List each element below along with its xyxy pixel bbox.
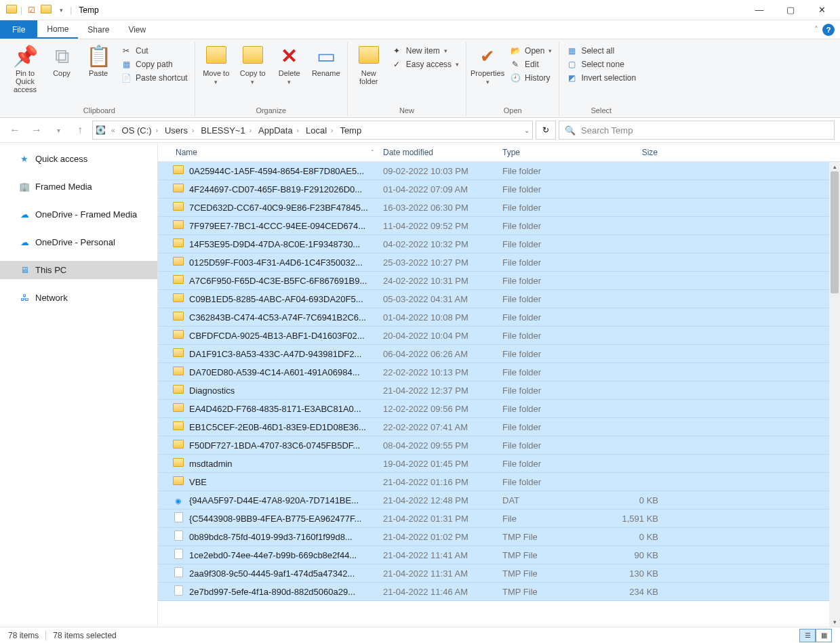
table-row[interactable]: 0b89bdc8-75fd-4019-99d3-7160f1f99d8...21… xyxy=(158,528,840,546)
minimize-button[interactable]: — xyxy=(744,0,775,20)
table-row[interactable]: Diagnostics21-04-2022 12:37 PMFile folde… xyxy=(158,381,840,400)
cut-button[interactable]: ✂Cut xyxy=(118,45,191,57)
tab-home[interactable]: Home xyxy=(37,20,78,39)
edit-button[interactable]: ✎Edit xyxy=(507,58,555,70)
easy-access-button[interactable]: ✓Easy access ▾ xyxy=(388,58,462,70)
group-label-organize: Organize xyxy=(256,106,286,116)
table-row[interactable]: {C5443908-9BB9-4FEA-B775-EA962477F...21-… xyxy=(158,510,840,528)
qat-dropdown-icon[interactable]: ▾ xyxy=(55,4,67,16)
back-button[interactable]: ← xyxy=(5,121,24,140)
refresh-button[interactable]: ↻ xyxy=(536,121,556,140)
table-row[interactable]: C362843B-C474-4C53-A74F-7C6941B2C6...01-… xyxy=(158,308,840,327)
file-date: 11-04-2022 09:52 PM xyxy=(379,221,498,231)
table-row[interactable]: EB1C5CEF-2E0B-46D1-83E9-ED1D08E36...22-0… xyxy=(158,418,840,436)
paste-button[interactable]: 📋 Paste xyxy=(81,42,115,80)
table-row[interactable]: {94AA5F97-D44E-47A8-920A-7D7141BE...21-0… xyxy=(158,491,840,510)
nav-network[interactable]: 🖧Network xyxy=(0,289,157,307)
table-row[interactable]: 2e7bd997-5efe-4f1a-890d-882d5060a29...21… xyxy=(158,583,840,601)
close-button[interactable]: ✕ xyxy=(806,0,837,20)
folder-open-icon[interactable] xyxy=(40,4,52,16)
up-button[interactable]: ↑ xyxy=(71,121,89,140)
file-date: 21-04-2022 11:46 AM xyxy=(379,587,498,597)
table-row[interactable]: VBE21-04-2022 01:16 PMFile folder xyxy=(158,473,840,491)
paste-shortcut-button[interactable]: 📄Paste shortcut xyxy=(118,72,191,84)
table-row[interactable]: 4F244697-CD07-465F-B819-F2912026D0...01-… xyxy=(158,180,840,199)
breadcrumb[interactable]: Temp xyxy=(338,125,363,136)
breadcrumb[interactable]: Local› xyxy=(304,125,337,136)
maximize-button[interactable]: ▢ xyxy=(775,0,806,20)
table-row[interactable]: EA4D462D-F768-4835-8171-E3ABC81A0...12-0… xyxy=(158,400,840,418)
delete-button[interactable]: ✕Delete▾ xyxy=(273,42,306,88)
properties-icon[interactable]: ☑ xyxy=(25,4,37,16)
address-bar[interactable]: 💽 « OS (C:)› Users› BLESSY~1› AppData› L… xyxy=(92,121,533,140)
nav-this-pc[interactable]: 🖥This PC xyxy=(0,261,157,279)
help-icon[interactable]: ? xyxy=(822,24,835,36)
address-dropdown-icon[interactable]: ⌄ xyxy=(524,127,529,134)
cloud-icon: ☁ xyxy=(19,237,30,247)
search-box[interactable]: 🔍 Search Temp xyxy=(559,121,835,140)
file-size: 90 KB xyxy=(601,550,662,560)
file-icon xyxy=(172,512,185,524)
table-row[interactable]: 7CED632D-CC67-40C9-9E86-F23BF47845...16-… xyxy=(158,199,840,217)
breadcrumb[interactable]: BLESSY~1› xyxy=(199,125,256,136)
scrollbar-thumb[interactable] xyxy=(831,171,839,293)
table-row[interactable]: 2aa9f308-9c50-4445-9af1-474d5a47342...21… xyxy=(158,564,840,583)
breadcrumb[interactable]: Users› xyxy=(163,125,198,136)
folder-icon xyxy=(172,184,185,194)
tab-file[interactable]: File xyxy=(0,20,37,39)
table-row[interactable]: 0A25944C-1A5F-4594-8654-E8F7D80AE5...09-… xyxy=(158,162,840,180)
pin-quick-access-button[interactable]: 📌 Pin to Quick access xyxy=(8,42,42,96)
table-row[interactable]: 0125D59F-F003-4F31-A4D6-1C4F350032...25-… xyxy=(158,253,840,272)
history-button[interactable]: 🕘History xyxy=(507,72,555,84)
nav-framed-media[interactable]: 🏢Framed Media xyxy=(0,178,157,196)
table-row[interactable]: CBFDFCDA-9025-4B13-ABF1-D41603F02...20-0… xyxy=(158,327,840,345)
scroll-down-icon[interactable]: ▾ xyxy=(829,617,840,627)
group-new: New folder ✦New item ▾ ✓Easy access ▾ Ne… xyxy=(348,42,466,116)
nav-quick-access[interactable]: ★Quick access xyxy=(0,150,157,168)
new-folder-button[interactable]: New folder xyxy=(352,42,386,88)
details-view-button[interactable]: ☰ xyxy=(799,629,816,642)
scroll-up-icon[interactable]: ▴ xyxy=(829,162,840,171)
table-row[interactable]: 14F53E95-D9D4-47DA-8C0E-1F9348730...04-0… xyxy=(158,235,840,253)
tab-view[interactable]: View xyxy=(119,20,155,39)
file-name: EA4D462D-F768-4835-8171-E3ABC81A0... xyxy=(185,404,379,414)
tab-share[interactable]: Share xyxy=(78,20,119,39)
table-row[interactable]: DA70ED80-A539-4C14-A601-491A06984...22-0… xyxy=(158,363,840,381)
copy-to-button[interactable]: Copy to▾ xyxy=(236,42,270,88)
table-row[interactable]: msdtadmin19-04-2022 01:45 PMFile folder xyxy=(158,455,840,473)
table-row[interactable]: 1ce2ebd0-74ee-44e7-b99b-669cb8e2f44...21… xyxy=(158,546,840,564)
table-row[interactable]: C09B1ED5-8285-4ABC-AF04-693DA20F5...05-0… xyxy=(158,290,840,308)
properties-button[interactable]: ✔Properties▾ xyxy=(471,42,504,88)
ribbon-tabs: File Home Share View ˄ ? xyxy=(0,20,840,39)
collapse-ribbon-icon[interactable]: ˄ xyxy=(814,25,818,35)
select-none-button[interactable]: ▢Select none xyxy=(563,58,639,70)
rename-button[interactable]: ▭Rename xyxy=(309,42,343,80)
forward-button[interactable]: → xyxy=(27,121,46,140)
table-row[interactable]: DA1F91C3-8A53-433C-A47D-943981DF2...06-0… xyxy=(158,345,840,363)
breadcrumb[interactable]: OS (C:)› xyxy=(121,125,162,136)
breadcrumb[interactable]: AppData› xyxy=(257,125,303,136)
recent-dropdown[interactable]: ▾ xyxy=(49,121,68,140)
col-header-size[interactable]: Size xyxy=(601,148,662,157)
copy-path-button[interactable]: ▦Copy path xyxy=(118,58,191,70)
file-name: C362843B-C474-4C53-A74F-7C6941B2C6... xyxy=(185,312,379,323)
new-item-button[interactable]: ✦New item ▾ xyxy=(388,45,462,57)
table-row[interactable]: F50DF727-1BDA-4707-83C6-0745FB5DF...08-0… xyxy=(158,436,840,455)
col-header-date[interactable]: Date modified xyxy=(379,148,498,157)
thumbnails-view-button[interactable]: ▦ xyxy=(816,629,832,642)
file-list[interactable]: 0A25944C-1A5F-4594-8654-E8F7D80AE5...09-… xyxy=(158,162,840,627)
nav-onedrive-framed[interactable]: ☁OneDrive - Framed Media xyxy=(0,205,157,224)
open-button[interactable]: 📂Open ▾ xyxy=(507,45,555,57)
col-header-type[interactable]: Type xyxy=(498,148,601,157)
select-all-button[interactable]: ▦Select all xyxy=(563,45,639,57)
invert-selection-button[interactable]: ◩Invert selection xyxy=(563,72,639,84)
vertical-scrollbar[interactable]: ▴ ▾ xyxy=(829,162,840,627)
nav-onedrive-personal[interactable]: ☁OneDrive - Personal xyxy=(0,233,157,251)
table-row[interactable]: 7F979EE7-7BC1-4CCC-94EE-094CED674...11-0… xyxy=(158,217,840,235)
table-row[interactable]: A7C6F950-F65D-4C3E-B5FC-6F867691B9...24-… xyxy=(158,272,840,290)
copy-button[interactable]: ⧉ Copy xyxy=(45,42,79,80)
move-to-button[interactable]: Move to▾ xyxy=(199,42,233,88)
file-type: File folder xyxy=(498,349,601,359)
col-header-name[interactable]: Name˄ xyxy=(172,148,379,157)
breadcrumb-chevron[interactable]: « xyxy=(107,127,119,134)
